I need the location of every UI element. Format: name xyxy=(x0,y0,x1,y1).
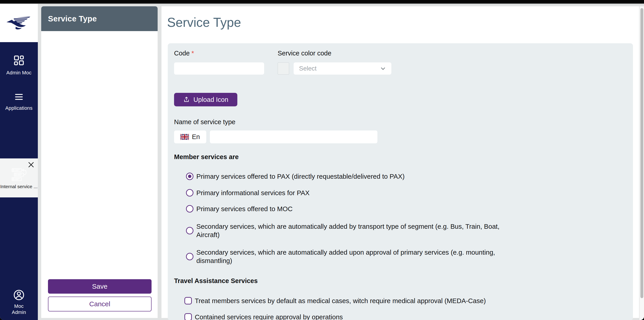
account-icon xyxy=(13,289,25,301)
sidebar-item-internal-service[interactable]: Internal service ... xyxy=(0,158,38,197)
sidebar-item-applications[interactable]: Applications xyxy=(0,93,38,111)
upload-icon-button[interactable]: Upload Icon xyxy=(174,93,237,106)
upload-icon xyxy=(183,96,190,103)
radio-option-label: Secondary services, which are automatica… xyxy=(196,248,512,265)
save-button[interactable]: Save xyxy=(48,279,152,294)
checkbox-option-row: Contained services require approval by o… xyxy=(184,313,343,320)
sidebar-item-label: Admin Moc xyxy=(6,70,32,76)
service-type-form: Code* Service color code Select xyxy=(168,43,633,320)
service-type-panel: Service Type Save Cancel xyxy=(41,6,158,318)
radio-option-row: Primary services offered to MOC xyxy=(186,205,292,213)
page-title: Service Type xyxy=(167,15,241,30)
app-window: Admin Moc Applications xyxy=(0,3,644,320)
chevron-down-icon xyxy=(380,65,386,72)
radio-option-row: Secondary services, which are automatica… xyxy=(186,222,512,239)
profile-label-line2: Admin xyxy=(12,309,26,315)
sidebar-item-admin-moc[interactable]: Admin Moc xyxy=(0,55,38,76)
checkbox[interactable] xyxy=(184,313,192,320)
radio-option-label: Primary informational services for PAX xyxy=(196,189,310,197)
sidebar-rail: Admin Moc Applications xyxy=(0,42,38,320)
panel-header: Service Type xyxy=(41,6,158,31)
internal-service-icon xyxy=(0,167,38,182)
code-input[interactable] xyxy=(174,62,264,75)
travel-assistance-heading: Travel Assistance Services xyxy=(174,277,258,285)
lufthansa-crane-logo-icon xyxy=(6,15,32,32)
menu-icon xyxy=(13,93,24,102)
required-marker: * xyxy=(192,50,194,57)
radio-button[interactable] xyxy=(186,173,194,180)
radio-option-label: Secondary services, which are automatica… xyxy=(196,222,512,239)
radio-button[interactable] xyxy=(186,227,194,234)
color-swatch xyxy=(278,62,289,75)
radio-button[interactable] xyxy=(186,205,194,212)
select-placeholder: Select xyxy=(299,65,316,72)
radio-option-row: Primary services offered to PAX (directl… xyxy=(186,172,405,180)
language-chip-en[interactable]: En xyxy=(174,131,206,143)
dashboard-icon xyxy=(13,55,25,66)
vertical-scrollbar-track[interactable] xyxy=(639,6,644,320)
service-color-code-label: Service color code xyxy=(278,50,332,57)
checkbox-option-row: Treat members services by default as med… xyxy=(184,296,486,305)
window-top-bar xyxy=(0,0,644,3)
radio-button[interactable] xyxy=(186,253,194,260)
name-of-service-type-input[interactable] xyxy=(210,131,378,143)
checkbox-option-label: Treat members services by default as med… xyxy=(195,296,486,305)
uk-flag-icon xyxy=(180,134,189,140)
code-label: Code* xyxy=(174,50,194,57)
upload-button-label: Upload Icon xyxy=(194,96,228,103)
sidebar-item-moc-admin-profile[interactable]: Moc Admin xyxy=(0,289,38,315)
radio-option-label: Primary services offered to PAX (directl… xyxy=(196,172,405,180)
radio-button[interactable] xyxy=(186,189,194,196)
name-of-service-type-label: Name of service type xyxy=(174,118,235,126)
profile-label-line1: Moc xyxy=(14,303,24,309)
radio-option-row: Primary informational services for PAX xyxy=(186,189,310,197)
cancel-button[interactable]: Cancel xyxy=(48,296,152,311)
member-services-heading: Member services are xyxy=(174,153,239,161)
radio-option-label: Primary services offered to MOC xyxy=(196,205,292,213)
main-content: Service Type Code* Service color code Se… xyxy=(162,6,639,318)
language-chip-label: En xyxy=(192,133,200,141)
vertical-scrollbar-thumb[interactable] xyxy=(640,8,643,298)
radio-option-row: Secondary services, which are automatica… xyxy=(186,248,512,265)
color-select-dropdown[interactable]: Select xyxy=(294,62,391,75)
sidebar-item-label: Applications xyxy=(5,105,32,111)
brand-logo-area xyxy=(0,4,38,42)
panel-title: Service Type xyxy=(48,14,97,23)
sidebar-item-label: Internal service ... xyxy=(0,184,38,189)
checkbox-option-label: Contained services require approval by o… xyxy=(195,313,343,320)
checkbox[interactable] xyxy=(184,297,192,304)
